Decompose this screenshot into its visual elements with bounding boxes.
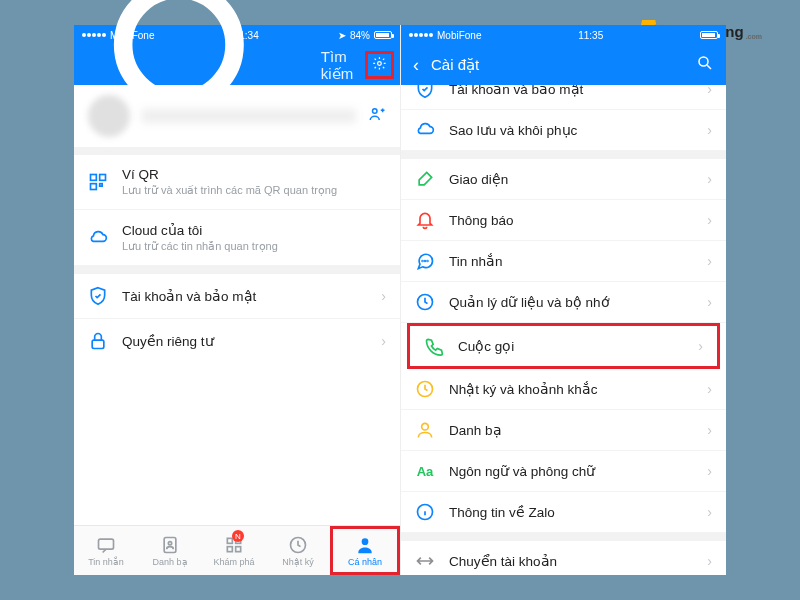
svg-line-19 bbox=[707, 65, 711, 69]
row-title: Sao lưu và khôi phục bbox=[449, 122, 693, 138]
list-row[interactable]: Cuộc gọi› bbox=[407, 323, 720, 369]
list-row[interactable]: AaNgôn ngữ và phông chữ› bbox=[401, 451, 726, 492]
search-icon[interactable] bbox=[696, 54, 714, 76]
shield-icon bbox=[88, 286, 108, 306]
list-row[interactable]: Nhật ký và khoảnh khắc› bbox=[401, 369, 726, 410]
row-title: Ví QR bbox=[122, 167, 386, 182]
shield-icon bbox=[415, 85, 435, 99]
svg-rect-12 bbox=[227, 538, 232, 543]
row-title: Cloud của tôi bbox=[122, 222, 386, 238]
chevron-right-icon: › bbox=[707, 294, 712, 310]
logo-subtext: .com bbox=[746, 33, 762, 40]
battery-icon bbox=[374, 31, 392, 39]
svg-point-17 bbox=[362, 538, 369, 545]
list-row[interactable]: Tài khoản và bảo mật› bbox=[401, 85, 726, 110]
tab-cá nhân[interactable]: Cá nhân bbox=[330, 526, 400, 575]
message-icon bbox=[415, 251, 435, 271]
clock-label: 11:35 bbox=[578, 30, 603, 41]
list-row[interactable]: Thông tin về Zalo› bbox=[401, 492, 726, 533]
chevron-right-icon: › bbox=[707, 212, 712, 228]
row-subtitle: Lưu trữ và xuất trình các mã QR quan trọ… bbox=[122, 184, 386, 197]
svg-rect-15 bbox=[236, 546, 241, 551]
svg-point-20 bbox=[422, 261, 423, 262]
svg-rect-8 bbox=[92, 340, 104, 348]
search-input[interactable]: Tìm kiếm bbox=[321, 48, 353, 83]
battery-label: 84% bbox=[350, 30, 370, 41]
avatar bbox=[88, 95, 130, 137]
signal-icon bbox=[409, 33, 433, 37]
row-title: Tài khoản và bảo mật bbox=[449, 85, 693, 97]
row-title: Quyền riêng tư bbox=[122, 333, 367, 349]
tab-label: Tin nhắn bbox=[88, 557, 124, 567]
svg-point-11 bbox=[168, 541, 171, 544]
list-row[interactable]: Danh bạ› bbox=[401, 410, 726, 451]
tab-label: Nhật ký bbox=[282, 557, 314, 567]
person-icon bbox=[355, 535, 375, 555]
row-title: Thông báo bbox=[449, 213, 693, 228]
list-row[interactable]: Chuyển tài khoản› bbox=[401, 541, 726, 575]
row-title: Giao diện bbox=[449, 171, 693, 187]
svg-point-18 bbox=[699, 57, 708, 66]
bell-icon bbox=[415, 210, 435, 230]
list-row[interactable]: Giao diện› bbox=[401, 159, 726, 200]
row-title: Tài khoản và bảo mật bbox=[122, 288, 367, 304]
tab-label: Cá nhân bbox=[348, 557, 382, 567]
chevron-right-icon: › bbox=[707, 553, 712, 569]
row-subtitle: Lưu trữ các tin nhắn quan trọng bbox=[122, 240, 386, 253]
list-row[interactable]: Ví QRLưu trữ và xuất trình các mã QR qua… bbox=[74, 155, 400, 210]
row-title: Tin nhắn bbox=[449, 253, 693, 269]
info-icon bbox=[415, 502, 435, 522]
location-icon: ➤ bbox=[338, 30, 346, 41]
list-row[interactable]: Cloud của tôiLưu trữ các tin nhắn quan t… bbox=[74, 210, 400, 266]
svg-rect-6 bbox=[91, 184, 97, 190]
tab-khám phá[interactable]: Khám pháN bbox=[202, 526, 266, 575]
row-title: Quản lý dữ liệu và bộ nhớ bbox=[449, 294, 693, 310]
svg-point-3 bbox=[373, 109, 378, 114]
badge: N bbox=[232, 530, 244, 542]
cloud-icon bbox=[88, 228, 108, 248]
tab-tin nhắn[interactable]: Tin nhắn bbox=[74, 526, 138, 575]
svg-rect-5 bbox=[100, 175, 106, 181]
gear-icon bbox=[372, 56, 387, 71]
chevron-right-icon: › bbox=[381, 288, 386, 304]
row-title: Chuyển tài khoản bbox=[449, 553, 693, 569]
settings-header: ‹ Cài đặt bbox=[401, 45, 726, 85]
list-row[interactable]: Tin nhắn› bbox=[401, 241, 726, 282]
carrier-label: MobiFone bbox=[437, 30, 481, 41]
chevron-right-icon: › bbox=[707, 422, 712, 438]
contacts-icon bbox=[160, 535, 180, 555]
tab-nhật ký[interactable]: Nhật ký bbox=[266, 526, 330, 575]
list-row[interactable]: Thông báo› bbox=[401, 200, 726, 241]
list-row[interactable]: Sao lưu và khôi phục› bbox=[401, 110, 726, 151]
phone-right: MobiFone 11:35 ‹ Cài đặt Tài khoản và bả… bbox=[400, 25, 726, 575]
list-row[interactable]: Quản lý dữ liệu và bộ nhớ› bbox=[401, 282, 726, 323]
add-friend-icon[interactable] bbox=[368, 105, 386, 127]
profile-name bbox=[142, 109, 356, 123]
search-header: Tìm kiếm bbox=[74, 45, 400, 85]
chevron-right-icon: › bbox=[698, 338, 703, 354]
qr-icon bbox=[88, 172, 108, 192]
svg-rect-7 bbox=[100, 184, 103, 187]
status-bar: MobiFone 11:35 bbox=[401, 25, 726, 45]
list-row[interactable]: Quyền riêng tư› bbox=[74, 319, 400, 363]
lock-icon bbox=[88, 331, 108, 351]
chevron-right-icon: › bbox=[707, 381, 712, 397]
tab-danh bạ[interactable]: Danh bạ bbox=[138, 526, 202, 575]
row-title: Thông tin về Zalo bbox=[449, 504, 693, 520]
clock-icon bbox=[288, 535, 308, 555]
tab-label: Khám phá bbox=[213, 557, 254, 567]
settings-button[interactable] bbox=[365, 51, 394, 80]
cloud-icon bbox=[415, 120, 435, 140]
tab-bar: Tin nhắnDanh bạKhám pháNNhật kýCá nhân bbox=[74, 525, 400, 575]
svg-point-22 bbox=[427, 261, 428, 262]
brush-icon bbox=[415, 169, 435, 189]
list-row[interactable]: Tài khoản và bảo mật› bbox=[74, 274, 400, 319]
chevron-right-icon: › bbox=[707, 171, 712, 187]
chevron-right-icon: › bbox=[707, 253, 712, 269]
profile-row[interactable] bbox=[74, 85, 400, 147]
chat-icon bbox=[96, 535, 116, 555]
svg-point-21 bbox=[425, 261, 426, 262]
back-button[interactable]: ‹ bbox=[413, 55, 419, 76]
chevron-right-icon: › bbox=[381, 333, 386, 349]
svg-point-25 bbox=[422, 423, 429, 430]
